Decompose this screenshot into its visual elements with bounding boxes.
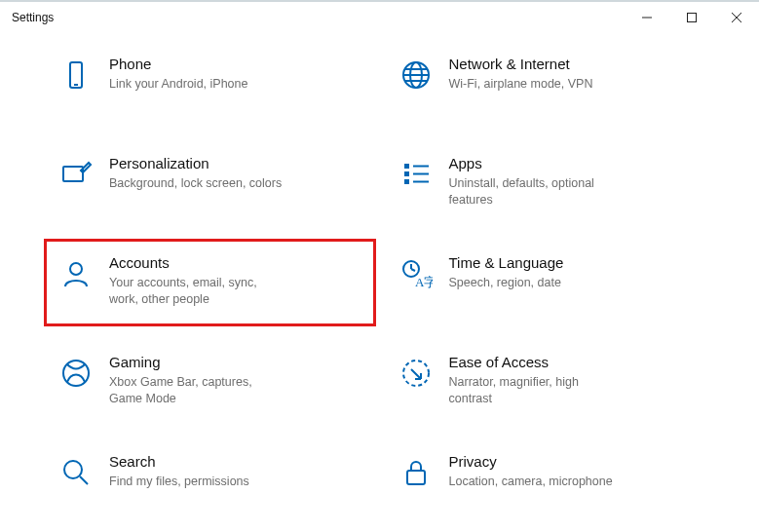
tile-title: Network & Internet (449, 55, 593, 74)
tile-title: Time & Language (449, 253, 564, 273)
person-icon (55, 251, 97, 290)
search-icon (55, 450, 97, 489)
tile-search[interactable]: Search Find my files, permissions (45, 438, 375, 524)
tile-privacy[interactable]: Privacy Location, camera, microphone (385, 438, 715, 524)
tile-title: Phone (109, 55, 247, 74)
window-title: Settings (12, 11, 54, 24)
paint-icon (55, 152, 97, 191)
tile-desc: Speech, region, date (449, 275, 564, 291)
tile-desc: Location, camera, microphone (449, 474, 613, 490)
svg-rect-12 (404, 164, 409, 169)
tile-title: Privacy (449, 452, 613, 472)
maximize-button[interactable] (669, 2, 714, 33)
tile-accounts[interactable]: Accounts Your accounts, email, sync, wor… (45, 240, 375, 325)
tile-gaming[interactable]: Gaming Xbox Game Bar, captures, Game Mod… (45, 339, 375, 425)
svg-text:A字: A字 (415, 275, 433, 289)
tile-desc: Background, lock screen, colors (109, 175, 282, 192)
svg-rect-11 (63, 167, 83, 181)
svg-point-25 (64, 461, 82, 478)
tile-title: Search (109, 452, 249, 472)
tile-desc: Xbox Game Bar, captures, Game Mode (109, 374, 285, 407)
svg-line-21 (411, 269, 415, 271)
tile-title: Apps (449, 154, 625, 173)
svg-point-23 (63, 361, 89, 386)
window-controls (625, 2, 759, 33)
tile-desc: Narrator, magnifier, high contrast (449, 374, 625, 407)
xbox-icon (55, 351, 97, 390)
svg-rect-16 (404, 179, 409, 184)
tile-title: Ease of Access (449, 353, 625, 372)
minimize-button[interactable] (625, 2, 669, 33)
tile-personalization[interactable]: Personalization Background, lock screen,… (45, 140, 375, 226)
tile-title: Accounts (109, 253, 285, 273)
tile-ease-of-access[interactable]: Ease of Access Narrator, magnifier, high… (385, 339, 715, 425)
ease-of-access-icon (395, 351, 437, 390)
time-language-icon: A字 (395, 251, 437, 290)
phone-icon (55, 53, 97, 92)
lock-icon (395, 450, 437, 489)
svg-rect-1 (688, 14, 697, 22)
tile-phone[interactable]: Phone Link your Android, iPhone (45, 41, 375, 127)
tile-desc: Your accounts, email, sync, work, other … (109, 275, 285, 308)
svg-rect-27 (407, 471, 425, 484)
tile-title: Personalization (109, 154, 282, 173)
tile-network[interactable]: Network & Internet Wi-Fi, airplane mode,… (385, 41, 715, 127)
tile-apps[interactable]: Apps Uninstall, defaults, optional featu… (385, 140, 715, 226)
svg-rect-14 (404, 171, 409, 176)
tile-time-language[interactable]: A字 Time & Language Speech, region, date (385, 240, 715, 325)
tile-desc: Uninstall, defaults, optional features (449, 175, 625, 209)
settings-grid: Phone Link your Android, iPhone Network … (0, 33, 759, 524)
globe-icon (395, 53, 437, 92)
close-button[interactable] (714, 2, 759, 33)
tile-desc: Link your Android, iPhone (109, 76, 247, 93)
tile-desc: Find my files, permissions (109, 474, 249, 490)
apps-list-icon (395, 152, 437, 191)
tile-title: Gaming (109, 353, 285, 372)
tile-desc: Wi-Fi, airplane mode, VPN (449, 76, 593, 93)
svg-point-18 (70, 263, 82, 275)
svg-line-26 (80, 476, 88, 484)
titlebar: Settings (0, 2, 759, 33)
